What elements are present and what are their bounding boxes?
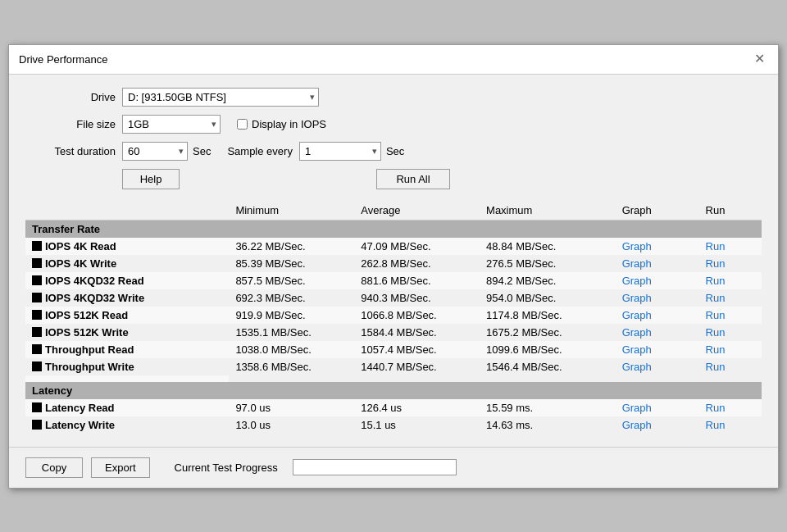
col-header-max: Maximum bbox=[480, 201, 616, 221]
row-min: 36.22 MB/Sec. bbox=[229, 238, 354, 255]
graph-link[interactable]: Graph bbox=[622, 402, 652, 414]
test-duration-label: Test duration bbox=[25, 145, 116, 157]
row-min: 85.39 MB/Sec. bbox=[229, 255, 354, 272]
run-link[interactable]: Run bbox=[706, 326, 726, 339]
row-max: 894.2 MB/Sec. bbox=[480, 272, 616, 289]
footer: Copy Export Current Test Progress bbox=[9, 447, 778, 488]
content-area: Drive D: [931.50GB NTFS] File size 1GB D… bbox=[9, 75, 778, 447]
row-name: IOPS 512K Write bbox=[25, 324, 185, 341]
title-bar: Drive Performance ✕ bbox=[9, 45, 778, 75]
table-row: IOPS 4KQD32 Write 692.3 MB/Sec. 940.3 MB… bbox=[25, 289, 762, 307]
row-avg: 1440.7 MB/Sec. bbox=[354, 358, 480, 375]
graph-link[interactable]: Graph bbox=[622, 309, 652, 321]
graph-link[interactable]: Graph bbox=[622, 292, 652, 304]
run-link[interactable]: Run bbox=[706, 275, 726, 287]
row-graph: Graph bbox=[616, 416, 699, 434]
row-run: Run bbox=[699, 416, 762, 434]
col-header-name bbox=[25, 201, 229, 221]
table-row: IOPS 4K Write 85.39 MB/Sec. 262.8 MB/Sec… bbox=[25, 255, 762, 272]
run-link[interactable]: Run bbox=[706, 240, 726, 252]
row-max: 1675.2 MB/Sec. bbox=[480, 324, 616, 341]
row-run: Run bbox=[699, 255, 762, 272]
col-header-graph: Graph bbox=[616, 201, 699, 221]
run-link[interactable]: Run bbox=[706, 292, 726, 304]
row-min: 1535.1 MB/Sec. bbox=[229, 324, 354, 341]
row-avg: 1066.8 MB/Sec. bbox=[354, 307, 480, 324]
row-max: 1099.6 MB/Sec. bbox=[480, 341, 616, 358]
graph-link[interactable]: Graph bbox=[622, 326, 652, 339]
graph-link[interactable]: Graph bbox=[622, 361, 652, 373]
row-name: IOPS 4KQD32 Read bbox=[25, 272, 185, 289]
row-min: 13.0 us bbox=[229, 416, 354, 434]
row-avg: 15.1 us bbox=[354, 416, 480, 434]
row-name: Throughput Write bbox=[25, 358, 185, 375]
row-run: Run bbox=[699, 307, 762, 324]
graph-link[interactable]: Graph bbox=[622, 275, 652, 287]
row-icon bbox=[32, 402, 42, 412]
row-graph: Graph bbox=[616, 341, 699, 358]
col-header-min: Minimum bbox=[229, 201, 354, 221]
run-link[interactable]: Run bbox=[706, 402, 726, 414]
close-button[interactable]: ✕ bbox=[751, 51, 768, 67]
row-run: Run bbox=[699, 324, 762, 341]
action-buttons-row: Help Run All bbox=[25, 169, 762, 189]
row-graph: Graph bbox=[616, 289, 699, 307]
table-row: IOPS 512K Write 1535.1 MB/Sec. 1584.4 MB… bbox=[25, 324, 762, 341]
row-run: Run bbox=[699, 238, 762, 255]
row-avg: 940.3 MB/Sec. bbox=[354, 289, 480, 307]
window-title: Drive Performance bbox=[19, 53, 107, 66]
row-graph: Graph bbox=[616, 272, 699, 289]
row-name: IOPS 4K Read bbox=[25, 238, 185, 255]
filesize-select[interactable]: 1GB bbox=[122, 115, 221, 134]
row-name: IOPS 512K Read bbox=[25, 307, 185, 324]
run-link[interactable]: Run bbox=[706, 257, 726, 270]
row-min: 1038.0 MB/Sec. bbox=[229, 341, 354, 358]
row-name: IOPS 4KQD32 Write bbox=[25, 289, 185, 307]
section-header-transfer: Transfer Rate bbox=[25, 220, 762, 238]
drive-select[interactable]: D: [931.50GB NTFS] bbox=[122, 88, 319, 107]
progress-bar bbox=[293, 459, 457, 475]
run-all-button[interactable]: Run All bbox=[376, 169, 450, 189]
row-icon bbox=[32, 361, 42, 371]
row-icon bbox=[32, 275, 42, 285]
progress-label: Current Test Progress bbox=[175, 462, 278, 474]
graph-link[interactable]: Graph bbox=[622, 240, 652, 252]
duration-select[interactable]: 60 bbox=[122, 142, 188, 161]
row-min: 919.9 MB/Sec. bbox=[229, 307, 354, 324]
row-max: 1546.4 MB/Sec. bbox=[480, 358, 616, 375]
run-link[interactable]: Run bbox=[706, 361, 726, 373]
graph-link[interactable]: Graph bbox=[622, 419, 652, 431]
export-button[interactable]: Export bbox=[91, 457, 150, 478]
row-min: 692.3 MB/Sec. bbox=[229, 289, 354, 307]
row-icon bbox=[32, 241, 42, 251]
copy-button[interactable]: Copy bbox=[25, 457, 83, 478]
display-iops-checkbox[interactable] bbox=[237, 119, 248, 130]
row-min: 97.0 us bbox=[229, 399, 354, 416]
run-link[interactable]: Run bbox=[706, 419, 726, 431]
duration-sample-row: Test duration 60 Sec Sample every 1 Sec bbox=[25, 142, 762, 161]
table-row: IOPS 4KQD32 Read 857.5 MB/Sec. 881.6 MB/… bbox=[25, 272, 762, 289]
row-min: 1358.6 MB/Sec. bbox=[229, 358, 354, 375]
table-row: IOPS 4K Read 36.22 MB/Sec. 47.09 MB/Sec.… bbox=[25, 238, 762, 255]
table-row: IOPS 512K Read 919.9 MB/Sec. 1066.8 MB/S… bbox=[25, 307, 762, 324]
run-link[interactable]: Run bbox=[706, 309, 726, 321]
row-avg: 47.09 MB/Sec. bbox=[354, 238, 480, 255]
graph-link[interactable]: Graph bbox=[622, 343, 652, 356]
graph-link[interactable]: Graph bbox=[622, 257, 652, 270]
drive-label: Drive bbox=[25, 91, 116, 103]
row-run: Run bbox=[699, 272, 762, 289]
help-button[interactable]: Help bbox=[122, 169, 180, 189]
row-graph: Graph bbox=[616, 255, 699, 272]
row-name: Latency Write bbox=[25, 416, 185, 434]
table-row: Latency Read 97.0 us 126.4 us 15.59 ms. … bbox=[25, 399, 762, 416]
spacer-row bbox=[25, 375, 229, 382]
row-run: Run bbox=[699, 341, 762, 358]
drive-row: Drive D: [931.50GB NTFS] bbox=[25, 88, 762, 107]
sample-select-wrap: 1 bbox=[299, 142, 381, 161]
row-avg: 1584.4 MB/Sec. bbox=[354, 324, 480, 341]
sample-select[interactable]: 1 bbox=[299, 142, 381, 161]
row-run: Run bbox=[699, 358, 762, 375]
row-graph: Graph bbox=[616, 324, 699, 341]
run-link[interactable]: Run bbox=[706, 343, 726, 356]
row-icon bbox=[32, 310, 42, 320]
